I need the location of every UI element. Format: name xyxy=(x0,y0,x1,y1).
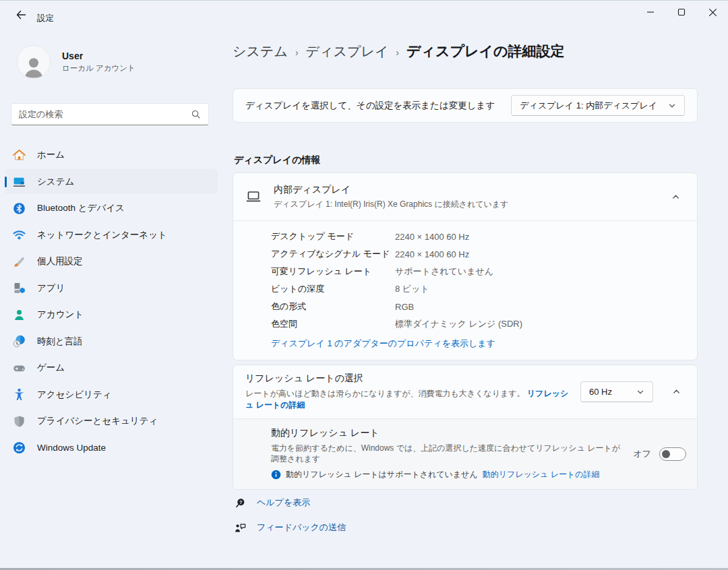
show-help-link[interactable]: ? ヘルプを表示 xyxy=(234,494,346,511)
chevron-down-icon xyxy=(636,388,644,396)
monitor-icon xyxy=(245,188,262,205)
collapse-info-button[interactable] xyxy=(665,187,686,207)
sidebar-item-label: アカウント xyxy=(37,309,84,321)
display-connection-info: ディスプレイ 1: Intel(R) Iris(R) Xe Graphics に… xyxy=(274,199,665,210)
sidebar-item-time-language[interactable]: 時刻と言語 xyxy=(5,329,218,354)
settings-search[interactable] xyxy=(11,103,209,125)
breadcrumb-system[interactable]: システム xyxy=(233,42,288,61)
info-row-desktop-mode: デスクトップ モード 2240 × 1400 60 Hz xyxy=(271,228,685,245)
info-row-color-format: 色の形式 RGB xyxy=(271,298,685,315)
refresh-rate-texts: リフレッシュ レートの選択 レートが高いほど動きは滑らかになりますが、消費電力も… xyxy=(245,373,580,411)
info-row-bit-depth: ビットの深度 8 ビット xyxy=(271,280,685,298)
display-selector-card: ディスプレイを選択して、その設定を表示または変更します ディスプレイ 1: 内部… xyxy=(233,88,698,123)
display-selector-value: ディスプレイ 1: 内部ディスプレイ xyxy=(520,100,657,112)
user-texts: User ローカル アカウント xyxy=(62,51,135,73)
dynamic-refresh-toggle[interactable] xyxy=(659,447,686,461)
maximize-icon xyxy=(677,8,686,16)
user-account-type: ローカル アカウント xyxy=(62,63,135,73)
refresh-rate-dropdown[interactable]: 60 Hz xyxy=(580,381,653,402)
apps-icon xyxy=(11,281,26,296)
refresh-rate-description: レートが高いほど動きは滑らかになりますが、消費電力も大きくなります。 リフレッシ… xyxy=(245,388,571,411)
sidebar: User ローカル アカウント ホーム システム Bluetooth とデバイス… xyxy=(0,28,222,570)
refresh-rate-value: 60 Hz xyxy=(589,387,612,397)
info-row-color-space: 色空間 標準ダイナミック レンジ (SDR) xyxy=(271,315,685,333)
help-icon: ? xyxy=(234,497,247,509)
info-icon xyxy=(271,470,281,480)
footer-links: ? ヘルプを表示 フィードバックの送信 xyxy=(234,494,346,544)
minimize-icon xyxy=(646,8,655,16)
search-icon xyxy=(191,109,201,119)
minimize-button[interactable] xyxy=(635,1,666,24)
feedback-icon xyxy=(234,521,247,534)
main-content: システム › ディスプレイ › ディスプレイの詳細設定 ディスプレイを選択して、… xyxy=(233,28,698,570)
close-button[interactable] xyxy=(697,1,728,24)
maximize-button[interactable] xyxy=(666,1,697,24)
display-info-section-title: ディスプレイの情報 xyxy=(234,154,320,166)
sidebar-item-bluetooth-devices[interactable]: Bluetooth とデバイス xyxy=(5,196,218,221)
sidebar-item-label: 時刻と言語 xyxy=(37,336,83,348)
sidebar-item-apps[interactable]: アプリ xyxy=(5,276,218,300)
sidebar-item-label: Windows Update xyxy=(37,443,106,453)
display-info-header[interactable]: 内部ディスプレイ ディスプレイ 1: Intel(R) Iris(R) Xe G… xyxy=(233,173,697,220)
home-icon xyxy=(11,148,26,162)
wifi-icon xyxy=(11,228,26,243)
window-title: 設定 xyxy=(37,13,54,24)
user-name: User xyxy=(62,51,135,61)
chevron-up-icon xyxy=(672,387,681,396)
dynamic-refresh-texts: 動的リフレッシュ レート 電力を節約するために、Windows では、上記の選択… xyxy=(271,427,633,480)
info-row-active-signal-mode: アクティブなシグナル モード 2240 × 1400 60 Hz xyxy=(271,245,685,263)
account-icon xyxy=(11,307,26,322)
chevron-down-icon xyxy=(668,102,676,110)
dynamic-refresh-description: 電力を節約するために、Windows では、上記の選択した速度に合わせてリフレッ… xyxy=(271,443,625,464)
toggle-knob xyxy=(662,450,670,458)
dynamic-refresh-details-link[interactable]: 動的リフレッシュ レートの詳細 xyxy=(483,469,600,480)
sidebar-item-label: アプリ xyxy=(37,282,65,294)
back-button[interactable] xyxy=(9,7,32,23)
page-title: ディスプレイの詳細設定 xyxy=(406,42,564,61)
display-selector-dropdown[interactable]: ディスプレイ 1: 内部ディスプレイ xyxy=(511,95,685,116)
sidebar-item-personalization[interactable]: 個人用設定 xyxy=(5,249,218,274)
refresh-rate-header: リフレッシュ レートの選択 レートが高いほど動きは滑らかになりますが、消費電力も… xyxy=(233,365,697,418)
sidebar-item-system[interactable]: システム xyxy=(5,169,218,194)
breadcrumb-display[interactable]: ディスプレイ xyxy=(306,42,389,61)
shield-icon xyxy=(11,414,26,429)
user-profile[interactable]: User ローカル アカウント xyxy=(17,45,135,79)
bluetooth-icon xyxy=(11,201,26,216)
sidebar-item-network-internet[interactable]: ネットワークとインターネット xyxy=(5,222,218,247)
sidebar-item-accounts[interactable]: アカウント xyxy=(5,303,218,327)
display-info-card: 内部ディスプレイ ディスプレイ 1: Intel(R) Iris(R) Xe G… xyxy=(233,172,698,360)
sidebar-item-label: ホーム xyxy=(37,149,65,161)
sidebar-item-label: Bluetooth とデバイス xyxy=(37,202,125,214)
sidebar-item-label: プライバシーとセキュリティ xyxy=(37,415,158,427)
brush-icon xyxy=(11,254,26,269)
sidebar-nav: ホーム システム Bluetooth とデバイス ネットワークとインターネット … xyxy=(5,141,218,462)
sidebar-item-windows-update[interactable]: Windows Update xyxy=(5,435,218,460)
breadcrumb-separator: › xyxy=(295,47,299,58)
breadcrumb-separator: › xyxy=(396,47,399,58)
search-input[interactable] xyxy=(19,109,191,119)
back-arrow-icon xyxy=(16,9,26,20)
sidebar-item-gaming[interactable]: ゲーム xyxy=(5,356,218,381)
adapter-properties-link[interactable]: ディスプレイ 1 のアダプターのプロパティを表示します xyxy=(271,338,495,350)
breadcrumb: システム › ディスプレイ › ディスプレイの詳細設定 xyxy=(233,42,564,61)
accessibility-icon xyxy=(11,387,26,402)
sidebar-item-privacy-security[interactable]: プライバシーとセキュリティ xyxy=(5,409,218,434)
toggle-state-label: オフ xyxy=(633,448,651,460)
sidebar-item-accessibility[interactable]: アクセシビリティ xyxy=(5,382,218,407)
send-feedback-link[interactable]: フィードバックの送信 xyxy=(234,519,346,536)
time-language-icon xyxy=(11,334,26,349)
titlebar: 設定 xyxy=(0,1,728,28)
sidebar-item-home[interactable]: ホーム xyxy=(5,143,218,168)
sidebar-item-label: システム xyxy=(37,176,74,188)
display-selector-label: ディスプレイを選択して、その設定を表示または変更します xyxy=(245,100,495,112)
gamepad-icon xyxy=(11,360,26,375)
dynamic-refresh-status: 動的リフレッシュ レートはサポートされていません 動的リフレッシュ レートの詳細 xyxy=(271,469,625,480)
refresh-rate-controls: 60 Hz xyxy=(580,381,686,402)
sidebar-item-label: アクセシビリティ xyxy=(37,389,112,401)
avatar xyxy=(17,45,51,79)
chevron-up-icon xyxy=(671,193,680,201)
info-row-variable-refresh-rate: 可変リフレッシュ レート サポートされていません xyxy=(271,263,685,280)
window-controls xyxy=(635,1,728,24)
collapse-refresh-button[interactable] xyxy=(666,382,686,402)
display-info-header-texts: 内部ディスプレイ ディスプレイ 1: Intel(R) Iris(R) Xe G… xyxy=(274,184,665,210)
